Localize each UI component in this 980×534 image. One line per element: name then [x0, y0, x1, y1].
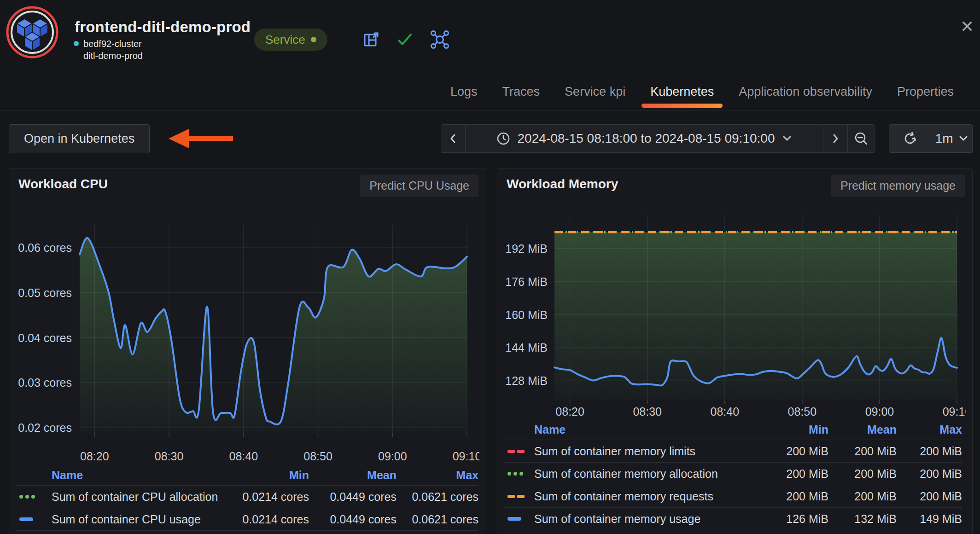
svg-text:08:50: 08:50: [303, 450, 332, 463]
svg-text:08:20: 08:20: [555, 405, 584, 418]
cpu-legend-header: Name Min Mean Max: [17, 465, 478, 485]
svg-text:08:50: 08:50: [788, 405, 817, 418]
svg-text:0.02 cores: 0.02 cores: [18, 421, 72, 434]
workload-memory-chart[interactable]: 192 MiB176 MiB160 MiB144 MiB128 MiB08:20…: [497, 203, 966, 419]
svg-text:160 MiB: 160 MiB: [505, 308, 548, 321]
health-check-icon[interactable]: [396, 32, 414, 47]
series-marker: [508, 495, 525, 498]
time-forward-button[interactable]: [823, 125, 847, 152]
legend-row[interactable]: Sum of container CPU allocation 0.0214 c…: [17, 485, 478, 508]
svg-text:0.03 cores: 0.03 cores: [18, 376, 72, 389]
time-back-button[interactable]: [441, 125, 465, 152]
tab-bar: Logs Traces Service kpi Kubernetes Appli…: [0, 74, 980, 110]
zoom-out-button[interactable]: [848, 125, 875, 152]
refresh-group: 1m: [889, 124, 973, 153]
svg-text:08:20: 08:20: [80, 450, 109, 463]
memory-legend: Name Min Mean Max Sum of container memor…: [505, 419, 962, 530]
cpu-panel-title: Workload CPU: [18, 177, 108, 192]
predict-cpu-usage-button[interactable]: Predict CPU Usage: [360, 174, 478, 197]
clock-icon: [496, 132, 510, 145]
page-title: frontend-ditl-demo-prod: [75, 18, 251, 36]
series-marker: [508, 517, 521, 521]
tab-traces[interactable]: Traces: [490, 74, 553, 110]
cpu-legend: Name Min Mean Max Sum of container CPU a…: [17, 465, 478, 531]
svg-text:0.06 cores: 0.06 cores: [18, 241, 72, 254]
svg-text:0.04 cores: 0.04 cores: [18, 331, 72, 344]
series-marker: [19, 495, 35, 499]
legend-row[interactable]: Sum of container CPU usage 0.0214 cores …: [17, 508, 478, 531]
svg-text:08:40: 08:40: [710, 405, 739, 418]
cluster-name: bedf92-cluster: [83, 38, 143, 50]
svg-text:128 MiB: 128 MiB: [505, 374, 548, 387]
svg-text:09:00: 09:00: [865, 405, 894, 418]
memory-panel-title: Workload Memory: [507, 177, 618, 192]
svg-text:192 MiB: 192 MiB: [505, 242, 548, 255]
tab-application-observability[interactable]: Application observability: [726, 74, 885, 110]
svg-text:09:00: 09:00: [378, 450, 407, 463]
chevron-down-icon: [959, 135, 968, 142]
workload-cpu-chart[interactable]: 0.06 cores0.05 cores0.04 cores0.03 cores…: [9, 203, 479, 468]
close-icon[interactable]: ✕: [957, 17, 977, 37]
svg-text:08:40: 08:40: [229, 450, 258, 463]
open-in-kubernetes-button[interactable]: Open in Kubernetes: [9, 124, 150, 153]
legend-row[interactable]: Sum of container memory limits 200 MiB 2…: [505, 440, 962, 462]
tab-kubernetes[interactable]: Kubernetes: [638, 74, 726, 110]
service-logo: [6, 6, 59, 59]
cluster-status-dot: [74, 41, 79, 46]
legend-row[interactable]: Sum of container memory requests 200 MiB…: [505, 485, 962, 507]
svg-text:0.05 cores: 0.05 cores: [18, 286, 72, 299]
tab-divider: [0, 110, 980, 110]
namespace-name: ditl-demo-prod: [83, 50, 143, 62]
refresh-icon: [903, 131, 917, 146]
open-dashboard-icon[interactable]: [363, 31, 379, 48]
refresh-button[interactable]: [889, 125, 931, 152]
legend-row[interactable]: Sum of container memory allocation 200 M…: [505, 462, 962, 485]
tab-logs[interactable]: Logs: [438, 74, 490, 110]
series-marker: [508, 450, 525, 453]
series-marker: [19, 517, 33, 521]
service-badge: Service: [254, 29, 327, 51]
svg-text:09:10: 09:10: [453, 450, 479, 463]
time-range-picker: 2024-08-15 08:18:00 to 2024-08-15 09:10:…: [441, 124, 875, 153]
svg-text:144 MiB: 144 MiB: [505, 341, 548, 354]
workload-memory-panel: Workload Memory Predict memory usage 192…: [497, 168, 973, 534]
svg-text:176 MiB: 176 MiB: [505, 275, 548, 288]
zoom-out-icon: [854, 131, 869, 146]
time-range-display[interactable]: 2024-08-15 08:18:00 to 2024-08-15 09:10:…: [466, 125, 823, 152]
predict-memory-usage-button[interactable]: Predict memory usage: [831, 174, 965, 197]
annotation-arrow-icon: [165, 128, 235, 149]
tab-properties[interactable]: Properties: [885, 74, 966, 110]
svg-text:08:30: 08:30: [155, 450, 184, 463]
memory-legend-header: Name Min Mean Max: [505, 419, 962, 440]
svg-text:08:30: 08:30: [633, 405, 662, 418]
badge-status-dot: [311, 37, 316, 42]
series-marker: [508, 472, 523, 476]
workload-cpu-panel: Workload CPU Predict CPU Usage 0.06 core…: [9, 168, 486, 534]
chevron-down-icon: [782, 135, 792, 142]
service-map-icon[interactable]: [430, 30, 449, 49]
refresh-interval-dropdown[interactable]: 1m: [931, 125, 973, 152]
tab-service-kpi[interactable]: Service kpi: [552, 74, 638, 110]
svg-text:09:10: 09:10: [943, 405, 966, 418]
legend-row[interactable]: Sum of container memory usage 126 MiB 13…: [505, 507, 962, 530]
cluster-info: bedf92-cluster ditl-demo-prod: [74, 38, 143, 62]
